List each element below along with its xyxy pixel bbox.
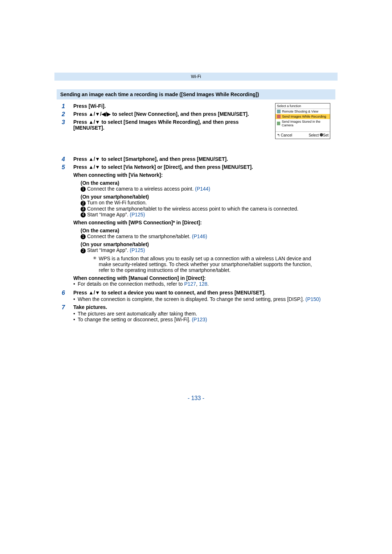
step-text: Press ▲/▼ to select a device you want to… bbox=[73, 290, 266, 296]
note-text: When the connection is complete, the scr… bbox=[78, 296, 306, 302]
step-body: Start “Image App”. bbox=[87, 247, 130, 253]
step-6: 6Press ▲/▼ to select a device you want t… bbox=[62, 290, 330, 302]
step-body: Start “Image App”. bbox=[87, 212, 130, 217]
screenshot-select-set: Select Set bbox=[309, 133, 328, 137]
sep: . bbox=[207, 281, 209, 287]
sep: , bbox=[196, 281, 199, 287]
step-text: Press ▲/▼ to select [Via Network] or [Di… bbox=[73, 164, 253, 170]
step-7: 7Take pictures. •The pictures are sent a… bbox=[62, 304, 330, 322]
bullet-text: To change the setting or disconnect, pre… bbox=[78, 317, 192, 322]
subsection-title: Sending an image each time a recording i… bbox=[57, 89, 335, 99]
manual-heading: When connecting with [Manual Connection]… bbox=[73, 275, 330, 281]
section-header: Wi-Fi bbox=[54, 73, 338, 81]
via-network-heading: When connecting with [Via Network]: bbox=[73, 172, 330, 178]
page-link-128[interactable]: 128 bbox=[199, 281, 207, 287]
circled-3-icon: 3 bbox=[81, 207, 86, 212]
page-link-p146[interactable]: (P146) bbox=[192, 233, 207, 239]
circled-2-icon: 2 bbox=[81, 201, 86, 206]
select-label: Select bbox=[309, 133, 319, 137]
step-7-bullet-2: •To change the setting or disconnect, pr… bbox=[73, 317, 330, 322]
screenshot-cancel: ↰ Cancel bbox=[277, 133, 292, 137]
via-network-phone-step-3: 3Connect the smartphone/tablet to the wi… bbox=[73, 206, 330, 212]
on-camera-heading: (On the camera) bbox=[73, 180, 330, 186]
wps-footnote: ✳WPS is a function that allows you to ea… bbox=[73, 256, 330, 273]
page-link-p125[interactable]: (P125) bbox=[130, 247, 145, 253]
step-text: Press ▲/▼ to select [Smartphone], and th… bbox=[73, 156, 228, 162]
footnote-text: WPS is a function that allows you to eas… bbox=[99, 256, 312, 273]
step-body: Connect the camera to a wireless access … bbox=[87, 186, 195, 192]
cancel-label: Cancel bbox=[281, 133, 292, 137]
step-3: 3Press ▲/▼ to select [Send Images While … bbox=[62, 119, 330, 131]
page-link-p123[interactable]: (P123) bbox=[192, 317, 207, 322]
manual-text: For details on the connection methods, r… bbox=[78, 281, 184, 287]
on-phone-heading: (On your smartphone/tablet) bbox=[73, 241, 330, 247]
step-body: Connect the smartphone/tablet to the wir… bbox=[87, 206, 298, 212]
via-network-phone-step-4: 4Start “Image App”. (P125) bbox=[73, 212, 330, 217]
step-text: Take pictures. bbox=[73, 304, 107, 310]
step-text: Press [Wi-Fi]. bbox=[73, 103, 106, 109]
step-5: 5Press ▲/▼ to select [Via Network] or [D… bbox=[62, 164, 330, 287]
step-1: 1Press [Wi-Fi]. bbox=[62, 103, 330, 109]
step-body: Turn on the Wi-Fi function. bbox=[87, 200, 147, 205]
step-text: Press ▲/▼/◀/▶ to select [New Connection]… bbox=[73, 111, 249, 117]
via-network-cam-step: 1Connect the camera to a wireless access… bbox=[73, 186, 330, 192]
circled-1-icon: 1 bbox=[81, 187, 86, 192]
circled-1-icon: 1 bbox=[81, 234, 86, 239]
step-7-bullet-1: •The pictures are sent automatically aft… bbox=[73, 311, 330, 317]
page-link-p150[interactable]: (P150) bbox=[306, 296, 321, 302]
step-body: Connect the camera to the smartphone/tab… bbox=[87, 233, 192, 239]
step-6-note: •When the connection is complete, the sc… bbox=[73, 296, 330, 302]
footnote-star-icon: ✳ bbox=[92, 256, 97, 261]
circled-4-icon: 4 bbox=[81, 212, 86, 217]
page-link-p144[interactable]: (P144) bbox=[195, 186, 210, 192]
step-4: 4Press ▲/▼ to select [Smartphone], and t… bbox=[62, 156, 330, 162]
via-network-phone-step-2: 2Turn on the Wi-Fi function. bbox=[73, 200, 330, 205]
page-link-p127[interactable]: P127 bbox=[184, 281, 196, 287]
step-2: 2Press ▲/▼/◀/▶ to select [New Connection… bbox=[62, 111, 330, 117]
step-text: Press ▲/▼ to select [Send Images While R… bbox=[73, 119, 239, 131]
wps-cam-step: 1Connect the camera to the smartphone/ta… bbox=[73, 233, 330, 239]
page-number: - 133 - bbox=[54, 395, 338, 402]
bullet-text: The pictures are sent automatically afte… bbox=[78, 311, 197, 317]
circled-2-icon: 2 bbox=[81, 248, 86, 253]
set-label: Set bbox=[323, 133, 328, 137]
manual-line: •For details on the connection methods, … bbox=[73, 281, 330, 287]
on-phone-heading: (On your smartphone/tablet) bbox=[73, 194, 330, 200]
page-link-p125[interactable]: (P125) bbox=[130, 212, 145, 217]
wps-heading: When connecting with [WPS Connection]* i… bbox=[73, 220, 330, 225]
wps-phone-step: 2Start “Image App”. (P125) bbox=[73, 247, 330, 253]
on-camera-heading: (On the camera) bbox=[73, 228, 330, 233]
